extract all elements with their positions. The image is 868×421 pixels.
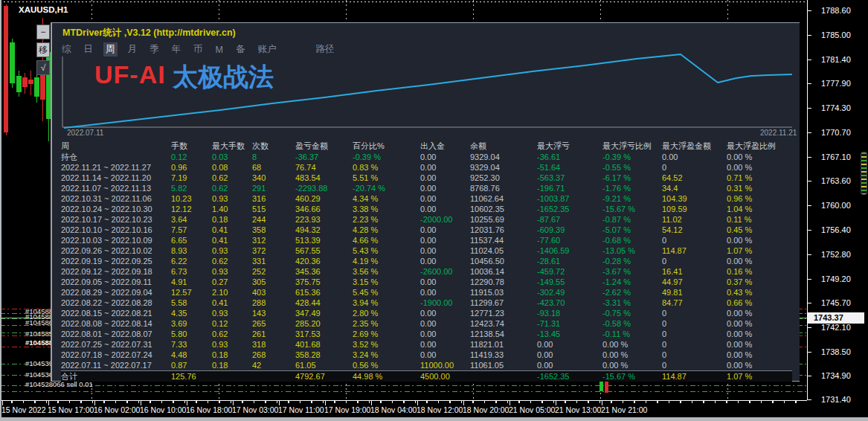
cell: 0: [662, 256, 727, 266]
time-label: 17 Nov 19:00: [324, 405, 370, 414]
cell: 0.41: [212, 225, 252, 235]
table-row[interactable]: 2022.08.01 ~ 2022.08.075.800.62261317.53…: [61, 329, 792, 339]
candle-body: [599, 381, 603, 391]
price-label: 1756.40: [821, 225, 851, 234]
grid-hline-top: [0, 1, 807, 2]
price-tick: [808, 108, 811, 109]
column-header: 最大浮亏: [537, 141, 602, 152]
table-row[interactable]: 2022.08.22 ~ 2022.08.285.580.41288428.44…: [61, 298, 792, 308]
cell: 0.00: [420, 329, 470, 339]
table-row[interactable]: 2022.08.15 ~ 2022.08.214.350.93143347.49…: [61, 308, 792, 318]
table-row[interactable]: 2022.11.21 ~ 2022.11.270.960.086876.740.…: [61, 162, 792, 173]
cell: 403: [252, 287, 295, 298]
table-row[interactable]: 2022.10.03 ~ 2022.10.096.650.41312513.39…: [61, 235, 792, 245]
column-header: 盈亏金额: [295, 141, 353, 152]
cell: 2022.11.21 ~ 2022.11.27: [61, 162, 171, 173]
time-label: 16 Nov 02:00: [94, 405, 140, 414]
price-label: 1760.00: [821, 201, 851, 210]
table-row[interactable]: 2022.10.31 ~ 2022.11.0610.230.93316460.2…: [61, 193, 792, 204]
table-row[interactable]: 2022.10.10 ~ 2022.10.167.570.41358494.32…: [61, 225, 792, 235]
cell: 12138.54: [470, 329, 537, 339]
cell: 12031.76: [470, 225, 537, 235]
cell: -0.28 %: [602, 256, 662, 266]
table-row[interactable]: 2022.11.07 ~ 2022.11.135.820.62291-2293.…: [61, 183, 792, 193]
cell: 2.10: [212, 287, 252, 298]
table-row[interactable]: 2022.09.05 ~ 2022.09.114.910.27305375.75…: [61, 277, 792, 287]
table-row[interactable]: 2022.10.24 ~ 2022.10.3012.121.40515346.6…: [61, 204, 792, 214]
price-label: 1752.80: [821, 250, 851, 259]
cell: 4500.00: [420, 371, 470, 382]
cell: 345.36: [295, 266, 353, 277]
cell: -0.39 %: [353, 152, 420, 162]
cell: 4.48: [171, 350, 212, 360]
cell: 0.00 %: [602, 360, 662, 370]
table-row[interactable]: 2022.08.08 ~ 2022.08.143.690.12265285.20…: [61, 318, 792, 329]
cell: 12.57: [171, 287, 212, 298]
current-price-box: 1743.37: [808, 312, 864, 324]
cell: 0.62: [212, 256, 252, 266]
price-tick: [808, 230, 811, 231]
table-row[interactable]: 2022.11.14 ~ 2022.11.207.190.62340483.54…: [61, 173, 792, 183]
cell: 84.77: [662, 298, 727, 308]
move-button[interactable]: 移: [36, 42, 50, 57]
cell: 12.12: [171, 204, 212, 214]
cell: 0.00 %: [727, 339, 792, 350]
cell: -423.70: [537, 298, 602, 308]
cell: -563.37: [537, 173, 602, 183]
table-total-row[interactable]: 合计125.764792.6744.98 %4500.00-1652.35-15…: [61, 370, 792, 382]
table-row[interactable]: 2022.10.17 ~ 2022.10.233.640.18244223.93…: [61, 214, 792, 225]
cell: -2.62 %: [602, 287, 662, 298]
table-row[interactable]: 2022.07.18 ~ 2022.07.244.480.18268358.28…: [61, 350, 792, 360]
cell: 0: [662, 318, 727, 329]
cell: 0.00: [420, 204, 470, 214]
cell: 9252.30: [470, 173, 537, 183]
minimize-button[interactable]: −: [36, 25, 50, 39]
time-axis[interactable]: 15 Nov 202215 Nov 17:0016 Nov 02:0016 No…: [0, 400, 807, 418]
price-label: 1749.20: [821, 274, 851, 283]
cell: -36.61: [537, 152, 602, 162]
table-row[interactable]: 持仓0.120.038-36.37-0.39 %0.009329.04-36.6…: [61, 152, 792, 162]
table-row[interactable]: 2022.09.19 ~ 2022.09.256.220.62331420.36…: [61, 256, 792, 266]
cell: 125.76: [171, 371, 212, 382]
cell: 42: [252, 360, 295, 370]
column-header: 最大浮亏比例: [602, 141, 662, 152]
table-row[interactable]: 2022.07.11 ~ 2022.07.170.870.184261.050.…: [61, 360, 792, 370]
cell: 3.24 %: [353, 350, 420, 360]
cell: -2293.88: [295, 183, 353, 193]
cell: -302.49: [537, 287, 602, 298]
cell: 0.00: [420, 308, 470, 318]
time-label: 18 Nov 12:00: [417, 405, 463, 414]
table-row[interactable]: 2022.09.12 ~ 2022.09.186.730.93252345.36…: [61, 266, 792, 277]
cell: 0.93: [212, 308, 252, 318]
cell: 143: [252, 308, 295, 318]
price-label: 1767.10: [821, 152, 851, 161]
cell: -0.39 %: [602, 152, 662, 162]
cell: 0.41: [212, 298, 252, 308]
table-row[interactable]: 2022.09.26 ~ 2022.10.028.930.93372567.55…: [61, 245, 792, 256]
time-label: 15 Nov 2022: [1, 405, 46, 414]
table-row[interactable]: 2022.07.25 ~ 2022.07.317.330.93318401.68…: [61, 339, 792, 350]
cell: 114.87: [662, 245, 727, 256]
cell: 0.11 %: [727, 214, 792, 225]
cell: -1406.59: [537, 245, 602, 256]
table-header-row: 周手数最大手数次数盈亏金额百分比%出入金余额最大浮亏最大浮亏比例最大浮盈金额最大…: [61, 141, 792, 152]
cell: 515: [252, 204, 295, 214]
cell: 2022.10.03 ~ 2022.10.09: [61, 235, 171, 245]
cell: 5.43 %: [353, 245, 420, 256]
cell: 44.97: [662, 277, 727, 287]
cell: 312: [252, 235, 295, 245]
confirm-button[interactable]: √: [36, 60, 50, 75]
cell: 10036.14: [470, 266, 537, 277]
cell: 54.12: [662, 225, 727, 235]
candle-body: [40, 74, 45, 100]
cell: 4792.67: [295, 371, 353, 382]
cell: 0.96 %: [727, 193, 792, 204]
time-label: 18 Nov 04:00: [370, 405, 417, 414]
cell: 1.07 %: [727, 245, 792, 256]
price-label: 1731.40: [821, 395, 851, 404]
cell: 0.00: [537, 360, 602, 370]
right-scrollbar-widget[interactable]: [861, 152, 867, 195]
table-row[interactable]: 2022.08.29 ~ 2022.09.0412.572.10403615.3…: [61, 287, 792, 298]
column-header: 周: [61, 141, 171, 152]
price-axis[interactable]: 1788.601785.001781.401777.901774.301770.…: [807, 0, 868, 400]
